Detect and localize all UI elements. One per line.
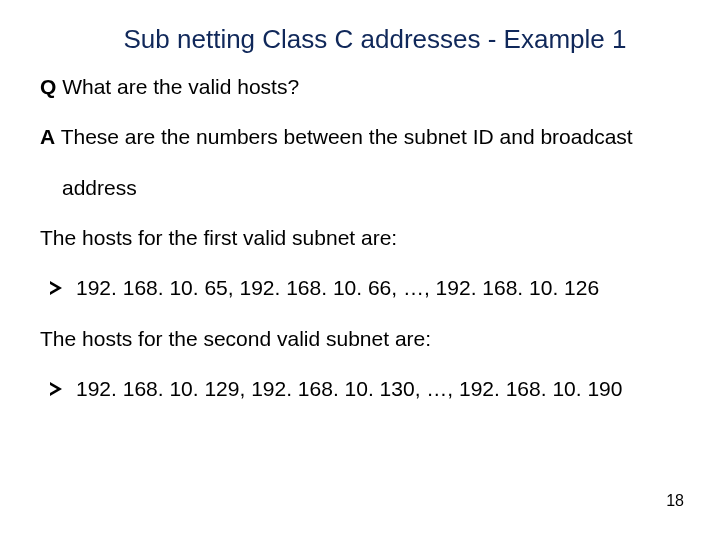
page-number: 18 [666,492,684,510]
slide: Sub netting Class C addresses - Example … [0,0,720,540]
answer-line-2: address [40,174,680,202]
arrow-icon [50,382,62,396]
hosts1-list: 192. 168. 10. 65, 192. 168. 10. 66, …, 1… [76,274,680,302]
q-label: Q [40,75,56,98]
hosts2-bullet: 192. 168. 10. 129, 192. 168. 10. 130, …,… [40,375,680,403]
q-text: What are the valid hosts? [56,75,299,98]
hosts2-list: 192. 168. 10. 129, 192. 168. 10. 130, …,… [76,375,680,403]
a-label: A [40,125,55,148]
hosts1-bullet: 192. 168. 10. 65, 192. 168. 10. 66, …, 1… [40,274,680,302]
arrow-icon [50,281,62,295]
slide-title: Sub netting Class C addresses - Example … [40,24,680,55]
hosts2-intro: The hosts for the second valid subnet ar… [40,325,680,353]
slide-body: Q What are the valid hosts? A These are … [40,73,680,403]
a-text: These are the numbers between the subnet… [55,125,632,148]
hosts1-intro: The hosts for the first valid subnet are… [40,224,680,252]
answer-line-1: A These are the numbers between the subn… [40,123,680,151]
question-line: Q What are the valid hosts? [40,73,680,101]
